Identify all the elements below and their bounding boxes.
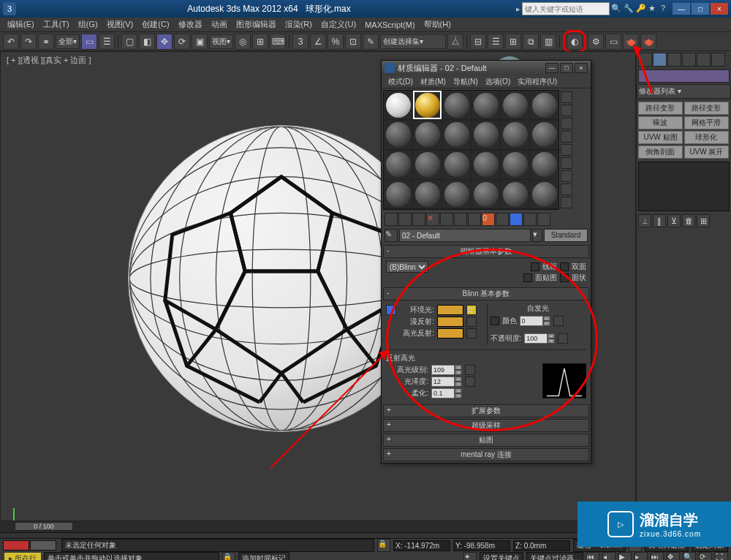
go-parent-icon[interactable]: [523, 213, 537, 226]
move-button[interactable]: ✥: [156, 34, 173, 50]
name-dropdown-icon[interactable]: ▾: [532, 229, 542, 242]
app-icon[interactable]: 3: [3, 2, 16, 15]
object-name-field[interactable]: [638, 69, 730, 83]
next-frame-icon[interactable]: ▸: [635, 552, 648, 560]
key-icon[interactable]: 🔑: [636, 4, 646, 14]
mat-menu-modes[interactable]: 模式(D): [385, 75, 417, 88]
display-tab-icon[interactable]: [697, 53, 711, 67]
material-slot[interactable]: [530, 91, 558, 119]
pick-material-icon[interactable]: ✎: [385, 229, 398, 242]
search-icon[interactable]: 🔍: [611, 4, 621, 14]
render-frame-button[interactable]: ▭: [605, 34, 621, 50]
create-tab-icon[interactable]: [638, 53, 652, 67]
cb-wire[interactable]: [531, 262, 539, 271]
diffuse-color-swatch[interactable]: [437, 317, 463, 327]
specular-level-spinner[interactable]: [431, 365, 455, 375]
nav-pan-icon[interactable]: ✥: [667, 552, 680, 560]
mod-pathdeform2[interactable]: 路径变形: [684, 102, 729, 115]
menu-grapheditors[interactable]: 图形编辑器: [232, 18, 281, 31]
menu-render[interactable]: 渲染(R): [281, 18, 317, 31]
material-slot[interactable]: [413, 121, 442, 149]
rollout-maps[interactable]: +贴图: [383, 434, 589, 447]
redo-button[interactable]: ↷: [20, 34, 37, 50]
unique-icon[interactable]: ⊻: [667, 214, 681, 227]
material-editor-button[interactable]: ◐: [567, 34, 583, 50]
put-to-lib-icon[interactable]: [468, 213, 481, 226]
menu-help[interactable]: 帮助(H): [420, 18, 455, 31]
select-by-mat-icon[interactable]: [561, 183, 572, 195]
set-key-icon[interactable]: ✦: [463, 552, 477, 560]
material-slot[interactable]: [501, 121, 529, 149]
time-slider-handle[interactable]: 0 / 100: [15, 522, 73, 531]
material-slot-selected[interactable]: [413, 91, 442, 119]
cb-2sided[interactable]: [560, 262, 569, 271]
key-bar-red-icon[interactable]: [3, 540, 29, 550]
goto-end-icon[interactable]: ⏭: [651, 552, 664, 560]
x-coord-field[interactable]: X: -114.972m: [393, 540, 450, 551]
make-preview-icon[interactable]: [561, 157, 572, 169]
align-button[interactable]: ⊟: [470, 34, 486, 50]
graphite-button[interactable]: ⊞: [505, 34, 521, 50]
pin-stack-icon[interactable]: ⟂: [638, 214, 651, 227]
lock-ambient-icon[interactable]: [386, 305, 396, 315]
speclevel-map-button[interactable]: [465, 365, 475, 375]
render-setup-button[interactable]: ⚙: [588, 34, 604, 50]
tool-icon[interactable]: 🔧: [624, 4, 634, 14]
mat-min-button[interactable]: —: [545, 63, 558, 73]
material-slot[interactable]: [471, 121, 500, 149]
modifier-stack[interactable]: [638, 162, 730, 211]
menu-maxscript[interactable]: MAXScript(M): [360, 19, 419, 31]
mat-menu-options[interactable]: 选项(O): [482, 75, 514, 88]
mat-max-button[interactable]: □: [560, 63, 573, 73]
material-slot[interactable]: [501, 91, 529, 119]
prev-frame-icon[interactable]: ◂: [602, 552, 616, 560]
matlib-icon[interactable]: [561, 197, 572, 208]
play-icon[interactable]: ▶: [618, 552, 632, 560]
help-search-input[interactable]: [522, 2, 610, 15]
link-button[interactable]: ⚭: [38, 34, 54, 50]
mat-menu-material[interactable]: 材质(M): [417, 75, 450, 88]
mat-menu-utilities[interactable]: 实用程序(U): [514, 75, 561, 88]
show-result-icon[interactable]: ‖: [653, 214, 666, 227]
star-icon[interactable]: ★: [648, 4, 659, 14]
quick-render-button[interactable]: 🫖: [640, 34, 656, 50]
material-slot[interactable]: [442, 91, 471, 119]
named-sel-dropdown[interactable]: 创建选择集 ▾: [380, 34, 446, 49]
nav-zoom-icon[interactable]: 🔍: [683, 552, 696, 560]
mod-pathdeform[interactable]: 路径变形: [638, 102, 683, 115]
curveeditor-button[interactable]: ⧉: [523, 34, 539, 50]
options-icon[interactable]: [561, 170, 572, 182]
selection-lock-icon[interactable]: 🔒: [377, 539, 390, 552]
material-slot[interactable]: [384, 91, 412, 119]
sceneexplorer-button[interactable]: ▥: [540, 34, 556, 50]
cb-faceted[interactable]: [560, 273, 569, 282]
rollout-extended[interactable]: +扩展参数: [383, 404, 589, 417]
goto-start-icon[interactable]: ⏮: [586, 552, 599, 560]
reset-icon[interactable]: ✕: [426, 213, 439, 226]
material-type-button[interactable]: Standard: [544, 229, 588, 242]
close-button[interactable]: ×: [711, 3, 728, 15]
layers-button[interactable]: ☰: [488, 34, 504, 50]
rect-select-icon[interactable]: ▢: [121, 34, 137, 50]
render-button[interactable]: 🫖: [623, 34, 639, 50]
material-id-icon[interactable]: 0: [482, 213, 495, 226]
set-key-button[interactable]: 设置关键点: [480, 552, 523, 560]
z-coord-field[interactable]: Z: 0.0mm: [513, 540, 570, 551]
material-name-input[interactable]: [399, 229, 531, 242]
backlight-icon[interactable]: [561, 105, 572, 116]
menu-group[interactable]: 组(G): [74, 18, 102, 31]
material-slot[interactable]: [530, 180, 558, 208]
background-icon[interactable]: [561, 118, 572, 129]
get-material-icon[interactable]: [385, 213, 398, 226]
menu-modifiers[interactable]: 修改器: [174, 18, 207, 31]
soften-spinner[interactable]: [431, 388, 455, 398]
gloss-map-button[interactable]: [465, 377, 475, 387]
manip-button[interactable]: ⊞: [252, 34, 268, 50]
ambient-color-swatch[interactable]: [437, 305, 463, 315]
mod-spherify[interactable]: 球形化: [684, 131, 729, 144]
material-slot[interactable]: [471, 151, 500, 179]
go-forward-icon[interactable]: [537, 213, 550, 226]
lock-sel-icon[interactable]: 🔒: [222, 552, 235, 560]
material-slot[interactable]: [442, 151, 471, 179]
mod-meshsmooth[interactable]: 网格平滑: [684, 116, 729, 129]
